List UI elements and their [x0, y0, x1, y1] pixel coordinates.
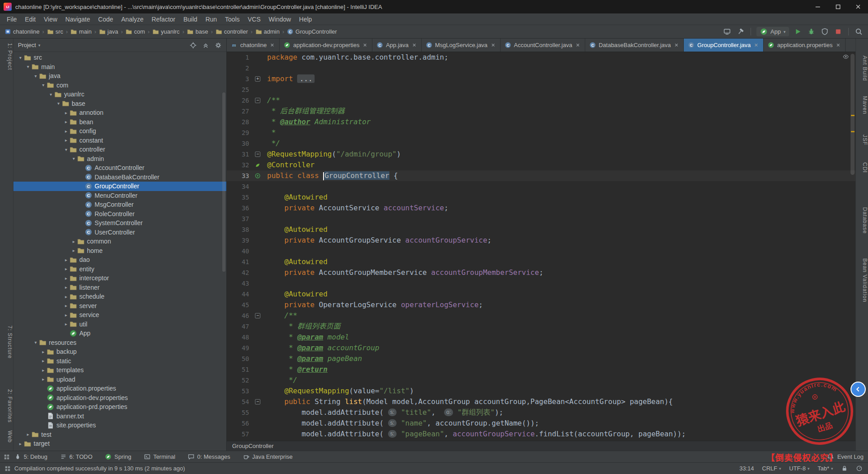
tree-item-util[interactable]: ▸util [13, 320, 226, 329]
tree-item-service[interactable]: ▸service [13, 310, 226, 320]
chevron-right-icon[interactable]: ▸ [63, 294, 69, 299]
run-configuration-selector[interactable]: App▾ [756, 27, 789, 36]
menu-window[interactable]: Window [265, 16, 295, 23]
floating-collapse-button[interactable] [851, 382, 866, 397]
indent-style-selector[interactable]: Tab*▾ [817, 465, 833, 472]
fold-collapse-icon[interactable]: − [255, 399, 260, 404]
tree-item-src[interactable]: ▾src [13, 53, 226, 62]
menu-run[interactable]: Run [201, 16, 221, 23]
tool-button-5-debug[interactable]: 5: Debug [14, 453, 48, 460]
breadcrumb-src[interactable]: src [47, 28, 63, 35]
chevron-right-icon[interactable]: ▸ [63, 138, 69, 143]
chevron-right-icon[interactable]: ▸ [63, 303, 69, 308]
chevron-right-icon[interactable]: ▸ [70, 239, 77, 244]
chevron-right-icon[interactable]: ▸ [63, 313, 69, 317]
chevron-right-icon[interactable]: ▸ [70, 248, 77, 253]
caret-position[interactable]: 33:14 [739, 465, 754, 472]
inspections-gauge-icon[interactable] [856, 465, 863, 472]
menu-view[interactable]: View [40, 16, 61, 23]
minimize-button[interactable] [808, 0, 828, 13]
close-icon[interactable] [269, 42, 275, 48]
tree-item-listener[interactable]: ▸listener [13, 283, 226, 292]
tree-item-entity[interactable]: ▸entity [13, 265, 226, 274]
run-with-coverage-button[interactable] [820, 27, 829, 36]
tree-item-config[interactable]: ▸config [13, 126, 226, 136]
tree-item-backup[interactable]: ▸backup [13, 347, 226, 357]
tree-item-base[interactable]: ▾base [13, 99, 226, 109]
menu-build[interactable]: Build [179, 16, 201, 23]
maximize-button[interactable] [828, 0, 848, 13]
tree-item-dao[interactable]: ▸dao [13, 255, 226, 265]
tree-item-target[interactable]: ▸target [13, 439, 226, 448]
chevron-right-icon[interactable]: ▸ [63, 129, 69, 134]
chevron-down-icon[interactable]: ▾ [63, 147, 69, 152]
close-button[interactable] [848, 0, 868, 13]
editor-tab-application-properties[interactable]: application.properties [764, 39, 846, 52]
menu-tools[interactable]: Tools [221, 16, 244, 23]
chevron-down-icon[interactable]: ▾ [40, 83, 47, 87]
tree-item-static[interactable]: ▸static [13, 357, 226, 366]
chevron-right-icon[interactable]: ▸ [63, 266, 69, 271]
tree-item-com[interactable]: ▾com [13, 81, 226, 90]
open-in-browser-button[interactable] [722, 27, 732, 36]
project-scrollbar[interactable] [222, 92, 225, 272]
chevron-down-icon[interactable]: ▾ [32, 340, 39, 345]
tree-item-yuanlrc[interactable]: ▾yuanlrc [13, 90, 226, 99]
fold-collapse-icon[interactable]: − [255, 152, 260, 157]
build-project-button[interactable] [736, 27, 745, 36]
chevron-right-icon[interactable]: ▸ [40, 377, 47, 382]
tree-item-templates[interactable]: ▸templates [13, 365, 226, 375]
tool-button-0-messages[interactable]: 0: Messages [188, 453, 230, 460]
status-grid-icon[interactable] [4, 465, 11, 472]
project-panel-title[interactable]: Project [18, 42, 36, 48]
tool-button-2-favorites[interactable]: 2: Favorites [0, 389, 13, 423]
breadcrumb-chatonline[interactable]: chatonline [4, 28, 39, 35]
breadcrumb-controller[interactable]: controller [216, 28, 248, 35]
menu-vcs[interactable]: VCS [244, 16, 265, 23]
chevron-right-icon[interactable]: ▸ [25, 432, 31, 437]
gear-button[interactable] [215, 42, 222, 49]
tree-item-upload[interactable]: ▸upload [13, 375, 226, 384]
tree-item-application-prd-properties[interactable]: application-prd.properties [13, 402, 226, 412]
menu-file[interactable]: File [3, 16, 21, 23]
chevron-right-icon[interactable]: ▸ [63, 285, 69, 290]
close-icon[interactable] [753, 42, 759, 48]
tree-item-app[interactable]: App [13, 329, 226, 338]
tree-item-controller[interactable]: ▾controller [13, 145, 226, 154]
tree-item-home[interactable]: ▸home [13, 246, 226, 256]
tree-item-usercontroller[interactable]: CUserController [13, 228, 226, 237]
close-icon[interactable] [674, 42, 679, 48]
editor-tab-databasebakcontroller-java[interactable]: CDatabaseBakController.java [585, 39, 684, 52]
tree-item-groupcontroller[interactable]: CGroupController [13, 182, 226, 191]
tree-item-java[interactable]: ▾java [13, 71, 226, 81]
close-icon[interactable] [835, 42, 841, 48]
locate-file-button[interactable] [190, 42, 197, 49]
tool-button-web[interactable]: Web [0, 431, 13, 443]
tool-button-spring[interactable]: Spring [105, 453, 131, 460]
tree-item-site-properties[interactable]: site.properties [13, 421, 226, 430]
menu-navigate[interactable]: Navigate [61, 16, 94, 23]
menu-edit[interactable]: Edit [21, 16, 40, 23]
chevron-down-icon[interactable]: ▾ [17, 55, 24, 60]
tree-item-main[interactable]: ▾main [13, 62, 226, 72]
file-encoding-selector[interactable]: UTF-8▾ [789, 465, 809, 472]
tree-item-banner-txt[interactable]: banner.txt [13, 412, 226, 421]
chevron-right-icon[interactable]: ▸ [63, 276, 69, 281]
breadcrumb-java[interactable]: java [99, 28, 118, 35]
chevron-right-icon[interactable]: ▸ [63, 257, 69, 262]
tool-button-jsf[interactable]: JSF [856, 135, 868, 145]
breadcrumb-groupcontroller[interactable]: CGroupController [287, 28, 337, 35]
tool-button-maven[interactable]: Maven [856, 96, 868, 114]
readonly-lock-icon[interactable] [841, 465, 848, 472]
collapse-all-button[interactable] [202, 42, 209, 49]
chevron-right-icon[interactable]: ▸ [63, 322, 69, 326]
breadcrumb-com[interactable]: com [125, 28, 145, 35]
tool-button-cdi[interactable]: CDI [856, 162, 868, 173]
close-icon[interactable] [490, 42, 496, 48]
tree-item-msgcontroller[interactable]: CMsgController [13, 200, 226, 209]
tree-item-common[interactable]: ▸common [13, 237, 226, 246]
chevron-down-icon[interactable]: ▾ [32, 74, 39, 78]
tree-item-resources[interactable]: ▾resources [13, 338, 226, 348]
chevron-right-icon[interactable]: ▸ [40, 349, 47, 354]
stop-button[interactable] [833, 27, 843, 36]
